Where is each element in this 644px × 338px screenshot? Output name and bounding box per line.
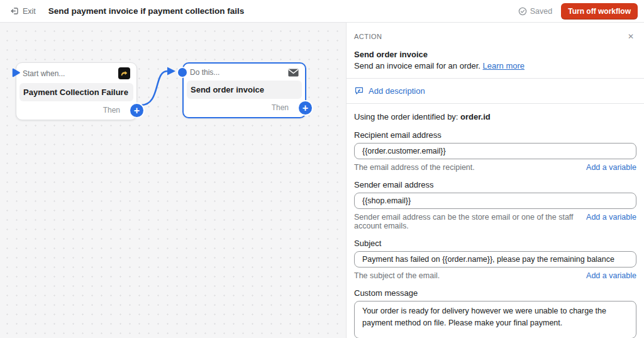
subject-field-group: Subject The subject of the email. Add a … [354, 239, 636, 280]
action-kicker: Do this... [190, 68, 219, 77]
check-circle-icon [518, 7, 527, 16]
field-label: Recipient email address [354, 130, 636, 140]
trigger-then-label: Then [103, 106, 120, 115]
turn-off-workflow-button[interactable]: Turn off workflow [561, 3, 638, 20]
add-step-button[interactable]: + [130, 104, 143, 117]
close-icon[interactable]: ✕ [625, 31, 636, 42]
workflow-title: Send payment invoice if payment collecti… [48, 6, 244, 16]
panel-description-text: Send an invoice email for an order. [354, 61, 480, 70]
workflow-canvas[interactable]: Start when... Payment Collection Failure… [0, 23, 346, 338]
recipient-email-input[interactable] [354, 143, 636, 159]
field-label: Sender email address [354, 180, 636, 189]
add-description-link[interactable]: Add description [369, 86, 425, 96]
envelope-icon [288, 69, 299, 77]
saved-status: Saved [518, 7, 552, 16]
field-help: The email address of the recipient. [354, 163, 475, 172]
exit-button[interactable]: Exit [6, 4, 40, 18]
trigger-start-icon [12, 68, 20, 79]
sender-email-input[interactable] [354, 193, 636, 209]
learn-more-link[interactable]: Learn more [483, 61, 525, 70]
action-node[interactable]: Do this... Send order invoice Then + [182, 62, 306, 118]
trigger-node[interactable]: Start when... Payment Collection Failure… [16, 62, 137, 120]
flow-app-icon [118, 67, 130, 79]
field-help: The subject of the email. [354, 271, 440, 280]
panel-description: Send an invoice email for an order. Lear… [354, 61, 636, 70]
add-variable-link[interactable]: Add a variable [586, 271, 636, 280]
subject-input[interactable] [354, 251, 636, 268]
add-description-icon [354, 86, 364, 96]
action-title: Send order invoice [187, 81, 302, 99]
field-help: Sender email address can be the store em… [354, 213, 579, 230]
connection-in-dot [178, 68, 187, 77]
action-then-label: Then [272, 103, 289, 112]
action-detail-panel: ACTION ✕ Send order invoice Send an invo… [346, 23, 644, 338]
field-label: Subject [354, 239, 636, 248]
saved-label: Saved [530, 7, 552, 16]
using-value: order.id [460, 112, 491, 121]
exit-icon [10, 6, 19, 16]
exit-label: Exit [23, 7, 36, 16]
top-bar: Exit Send payment invoice if payment col… [0, 0, 644, 23]
panel-kicker: ACTION [354, 33, 382, 40]
panel-title: Send order invoice [354, 50, 636, 59]
using-prefix: Using the order identified by: [354, 112, 460, 121]
field-label: Custom message [354, 288, 636, 298]
custom-message-field-group: Custom message Your order is ready for d… [354, 288, 636, 338]
trigger-title: Payment Collection Failure [19, 83, 133, 101]
using-order-line: Using the order identified by: order.id [354, 104, 636, 122]
trigger-kicker: Start when... [23, 69, 65, 78]
sender-email-field-group: Sender email address Sender email addres… [354, 180, 636, 230]
custom-message-textarea[interactable]: Your order is ready for delivery however… [354, 301, 636, 338]
recipient-email-field-group: Recipient email address The email addres… [354, 130, 636, 172]
add-variable-link[interactable]: Add a variable [586, 213, 636, 222]
add-variable-link[interactable]: Add a variable [586, 163, 636, 172]
add-step-button[interactable]: + [299, 101, 312, 115]
